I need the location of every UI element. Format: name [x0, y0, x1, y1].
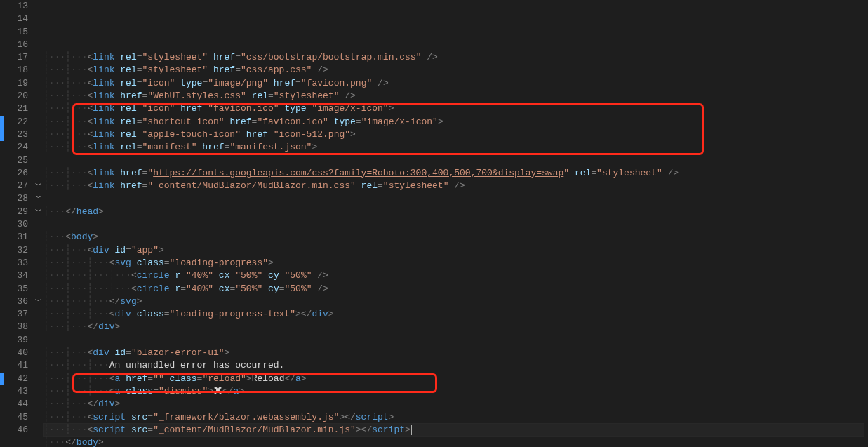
code-line[interactable]: ┆···┆···<link rel="icon" href="favicon.i… — [44, 102, 868, 115]
fold-marker[interactable]: ﹀ — [34, 206, 44, 218]
line-number: 28 — [4, 192, 28, 205]
fold-marker — [34, 141, 44, 154]
code-line[interactable]: ┆···┆···┆···<a class="dismiss">🗙</a> — [44, 385, 868, 398]
fold-marker — [34, 347, 44, 359]
line-number: 21 — [4, 102, 28, 115]
fold-marker — [34, 308, 44, 321]
fold-marker — [34, 218, 44, 231]
line-number: 19 — [4, 77, 28, 90]
chevron-down-icon[interactable]: ﹀ — [35, 295, 42, 308]
code-line[interactable]: ┆···┆···<link rel="stylesheet" href="css… — [44, 64, 868, 76]
fold-marker — [34, 334, 44, 347]
line-number: 24 — [4, 141, 28, 154]
fold-marker — [34, 398, 44, 411]
fold-marker — [34, 13, 44, 25]
line-number: 16 — [4, 39, 28, 51]
fold-marker — [34, 26, 44, 39]
fold-marker — [34, 77, 44, 90]
fold-marker[interactable]: ﹀ — [34, 192, 44, 205]
line-number: 43 — [4, 385, 28, 398]
fold-marker — [34, 64, 44, 76]
line-number: 37 — [4, 308, 28, 321]
fold-marker — [34, 244, 44, 257]
fold-gutter[interactable]: ﹀﹀﹀﹀ — [34, 0, 44, 447]
fold-marker[interactable]: ﹀ — [34, 180, 44, 192]
line-number: 29 — [4, 206, 28, 218]
code-line[interactable]: ┆···</body> — [44, 436, 868, 447]
line-number: 13 — [4, 0, 28, 13]
code-line[interactable]: ┆···<body> — [44, 231, 868, 243]
code-line[interactable]: ┆···┆···<link href="https://fonts.google… — [44, 167, 868, 180]
line-number: 26 — [4, 167, 28, 180]
code-line[interactable]: ┆···┆···<div id="app"> — [44, 244, 868, 257]
code-line[interactable] — [44, 192, 868, 205]
chevron-down-icon[interactable]: ﹀ — [35, 192, 42, 205]
code-line[interactable]: ┆···┆···<script src="_content/MudBlazor/… — [44, 424, 868, 436]
code-line[interactable]: ┆···┆···<link rel="manifest" href="manif… — [44, 141, 868, 154]
code-line[interactable]: ┆···┆···<link href="WebUI.styles.css" re… — [44, 90, 868, 102]
scrollbar[interactable] — [864, 0, 868, 447]
code-line[interactable] — [44, 218, 868, 231]
fold-marker — [34, 424, 44, 436]
line-number: 20 — [4, 90, 28, 102]
code-line[interactable]: ┆···┆···┆···┆···<circle r="40%" cx="50%"… — [44, 269, 868, 282]
line-number-gutter: 1314151617181920212223242526272829303132… — [4, 0, 34, 447]
line-number: 33 — [4, 257, 28, 269]
code-line[interactable]: ┆···┆···<link href="_content/MudBlazor/M… — [44, 180, 868, 192]
fold-marker — [34, 321, 44, 333]
fold-marker — [34, 128, 44, 141]
line-number: 45 — [4, 411, 28, 424]
chevron-down-icon[interactable]: ﹀ — [35, 206, 42, 218]
code-line[interactable] — [44, 154, 868, 167]
fold-marker — [34, 90, 44, 102]
fold-marker — [34, 411, 44, 424]
line-number: 17 — [4, 51, 28, 64]
line-number: 42 — [4, 373, 28, 385]
code-line[interactable]: ┆···┆···<script src="_framework/blazor.w… — [44, 411, 868, 424]
code-line[interactable]: ┆···</head> — [44, 206, 868, 218]
code-line[interactable]: ┆···┆···</div> — [44, 398, 868, 411]
code-line[interactable]: ┆···┆···┆···<svg class="loading-progress… — [44, 257, 868, 269]
fold-marker[interactable]: ﹀ — [34, 295, 44, 308]
fold-marker — [34, 269, 44, 282]
line-number: 15 — [4, 26, 28, 39]
code-area[interactable]: ┆···┆···<link rel="stylesheet" href="css… — [44, 0, 868, 447]
fold-marker — [34, 283, 44, 295]
line-number: 38 — [4, 321, 28, 333]
text-cursor — [411, 425, 412, 435]
line-number: 18 — [4, 64, 28, 76]
line-number: 30 — [4, 218, 28, 231]
code-line[interactable]: ┆···┆···┆···<div class="loading-progress… — [44, 308, 868, 321]
code-line[interactable]: ┆···┆···<link rel="icon" type="image/png… — [44, 77, 868, 90]
code-editor[interactable]: 1314151617181920212223242526272829303132… — [0, 0, 868, 447]
line-number: 22 — [4, 116, 28, 128]
fold-marker — [34, 385, 44, 398]
line-number: 46 — [4, 424, 28, 436]
fold-marker — [34, 257, 44, 269]
code-line[interactable]: ┆···┆···<link rel="apple-touch-icon" hre… — [44, 128, 868, 141]
fold-marker — [34, 231, 44, 243]
fold-marker — [34, 51, 44, 64]
code-line[interactable]: ┆···┆···┆···┆···<circle r="40%" cx="50%"… — [44, 283, 868, 295]
fold-marker — [34, 0, 44, 13]
line-number: 34 — [4, 269, 28, 282]
code-line[interactable]: ┆···┆···</div> — [44, 321, 868, 333]
fold-marker — [34, 167, 44, 180]
code-line[interactable]: ┆···┆···┆···An unhandled error has occur… — [44, 359, 868, 372]
code-line[interactable]: ┆···┆···<link rel="stylesheet" href="css… — [44, 51, 868, 64]
line-number: 39 — [4, 334, 28, 347]
line-number: 31 — [4, 231, 28, 243]
line-number: 23 — [4, 128, 28, 141]
line-number: 27 — [4, 180, 28, 192]
code-line[interactable]: ┆···┆···┆···<a href="" class="reload">Re… — [44, 373, 868, 385]
code-line[interactable] — [44, 334, 868, 347]
code-line[interactable]: ┆···┆···<link rel="shortcut icon" href="… — [44, 116, 868, 128]
code-line[interactable]: ┆···┆···<div id="blazor-error-ui"> — [44, 347, 868, 359]
fold-marker — [34, 116, 44, 128]
code-line[interactable]: ┆···┆···┆···</svg> — [44, 295, 868, 308]
fold-marker — [34, 154, 44, 167]
fold-marker — [34, 102, 44, 115]
line-number: 36 — [4, 295, 28, 308]
chevron-down-icon[interactable]: ﹀ — [35, 180, 42, 192]
line-number: 44 — [4, 398, 28, 411]
